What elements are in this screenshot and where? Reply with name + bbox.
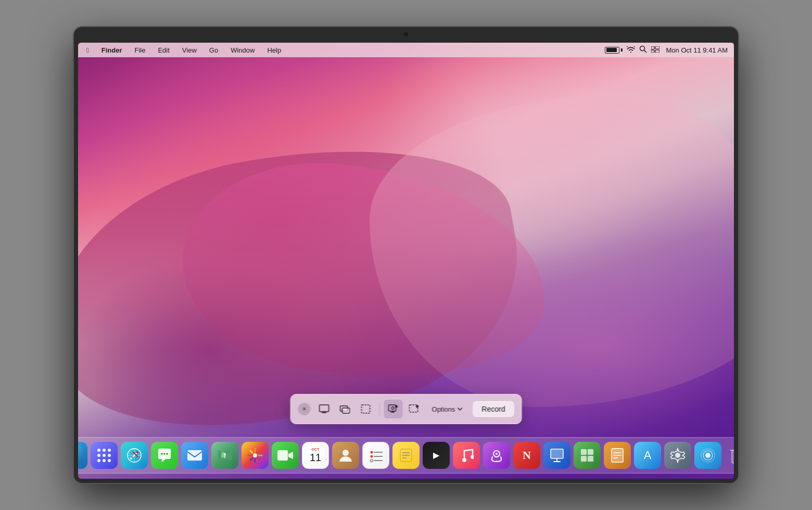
svg-rect-19 bbox=[78, 446, 83, 465]
view-menu[interactable]: View bbox=[180, 45, 199, 55]
dock-app-contacts[interactable] bbox=[332, 442, 359, 469]
menubar-time: Mon Oct 11 9:41 AM bbox=[666, 46, 728, 54]
options-button[interactable]: Options bbox=[426, 402, 469, 416]
file-menu[interactable]: File bbox=[132, 45, 147, 55]
dock-app-calendar[interactable]: OCT 11 bbox=[302, 442, 329, 469]
svg-line-50 bbox=[258, 451, 260, 453]
svg-point-13 bbox=[391, 407, 394, 410]
dock-app-appletv[interactable]: ▶ bbox=[423, 442, 450, 469]
finder-menu[interactable]: Finder bbox=[99, 45, 124, 55]
go-menu[interactable]: Go bbox=[207, 45, 220, 55]
svg-rect-2 bbox=[651, 46, 654, 49]
svg-point-30 bbox=[97, 459, 100, 462]
svg-rect-76 bbox=[551, 449, 563, 458]
dock-app-numbers[interactable] bbox=[574, 442, 601, 469]
svg-point-36 bbox=[136, 451, 138, 453]
search-icon[interactable] bbox=[639, 45, 647, 55]
control-center-icon[interactable] bbox=[651, 45, 659, 55]
svg-point-29 bbox=[108, 454, 111, 457]
wifi-icon[interactable] bbox=[627, 46, 635, 54]
dock-app-photos[interactable] bbox=[242, 442, 269, 469]
svg-text:A: A bbox=[644, 449, 652, 462]
capture-selection-button[interactable] bbox=[357, 400, 375, 418]
dock-app-news[interactable]: N bbox=[513, 442, 540, 469]
svg-point-90 bbox=[675, 453, 680, 458]
dock-app-trash[interactable] bbox=[725, 442, 734, 469]
svg-point-71 bbox=[462, 458, 466, 462]
svg-rect-3 bbox=[651, 50, 654, 53]
svg-text:N: N bbox=[523, 449, 531, 462]
svg-point-27 bbox=[97, 454, 100, 457]
svg-point-72 bbox=[471, 455, 474, 459]
capture-entire-screen-button[interactable] bbox=[315, 400, 334, 418]
svg-point-43 bbox=[253, 453, 257, 457]
svg-rect-52 bbox=[277, 450, 288, 461]
options-label: Options bbox=[432, 405, 455, 413]
screen:  Finder File Edit View Go Window Help bbox=[78, 43, 734, 479]
svg-point-40 bbox=[166, 453, 168, 455]
svg-line-1 bbox=[644, 50, 646, 52]
dock-app-maps[interactable] bbox=[211, 442, 238, 469]
svg-rect-4 bbox=[655, 46, 659, 49]
screenshot-toolbar: × bbox=[290, 394, 522, 424]
svg-rect-5 bbox=[655, 50, 659, 53]
svg-text:▶: ▶ bbox=[433, 451, 440, 460]
dock-app-reminders[interactable] bbox=[362, 442, 389, 469]
desktop:  Finder File Edit View Go Window Help bbox=[78, 43, 734, 479]
svg-text:11: 11 bbox=[310, 452, 321, 463]
camera-notch bbox=[404, 32, 408, 36]
battery-body bbox=[605, 47, 619, 54]
battery-fill bbox=[606, 48, 617, 52]
dock-app-keynote[interactable] bbox=[543, 442, 570, 469]
record-entire-screen-button[interactable] bbox=[384, 400, 403, 418]
svg-line-51 bbox=[250, 458, 252, 460]
svg-rect-81 bbox=[588, 449, 593, 455]
svg-line-48 bbox=[250, 451, 252, 453]
svg-rect-12 bbox=[389, 405, 396, 411]
menubar-right: Mon Oct 11 9:41 AM bbox=[605, 45, 728, 55]
dock-app-notes[interactable] bbox=[392, 442, 420, 469]
dock-app-safari[interactable] bbox=[121, 442, 148, 469]
menubar-left:  Finder File Edit View Go Window Help bbox=[84, 45, 283, 55]
svg-rect-6 bbox=[320, 405, 329, 412]
dock-app-facetime[interactable] bbox=[272, 442, 299, 469]
svg-point-26 bbox=[108, 449, 111, 452]
svg-point-42 bbox=[224, 453, 226, 455]
dock-app-system-preferences[interactable] bbox=[664, 442, 691, 469]
svg-point-18 bbox=[416, 405, 418, 408]
svg-point-14 bbox=[395, 405, 398, 408]
dock-app-mail[interactable] bbox=[181, 442, 208, 469]
capture-window-button[interactable] bbox=[336, 400, 354, 418]
svg-rect-10 bbox=[342, 408, 350, 413]
help-menu[interactable]: Help bbox=[265, 45, 283, 55]
dock-app-airdrop[interactable] bbox=[694, 442, 721, 469]
dock-app-podcasts[interactable] bbox=[483, 442, 510, 469]
dock-app-pages[interactable] bbox=[604, 442, 631, 469]
svg-point-38 bbox=[161, 453, 163, 455]
dock-app-launchpad[interactable] bbox=[91, 442, 118, 469]
svg-point-24 bbox=[97, 449, 100, 452]
svg-rect-41 bbox=[187, 450, 202, 461]
record-selection-button[interactable] bbox=[405, 400, 424, 418]
svg-point-39 bbox=[163, 453, 166, 455]
mac-frame:  Finder File Edit View Go Window Help bbox=[73, 26, 739, 484]
chevron-down-icon bbox=[457, 407, 462, 411]
svg-point-91 bbox=[705, 453, 710, 458]
dock: OCT 11 bbox=[78, 437, 734, 474]
svg-line-49 bbox=[258, 458, 260, 460]
svg-rect-11 bbox=[362, 405, 370, 413]
dock-app-finder[interactable] bbox=[78, 442, 87, 469]
svg-line-70 bbox=[464, 450, 473, 451]
apple-menu[interactable]:  bbox=[84, 45, 91, 55]
battery-tip bbox=[621, 48, 623, 52]
edit-menu[interactable]: Edit bbox=[156, 45, 171, 55]
dock-app-music[interactable] bbox=[453, 442, 480, 469]
svg-rect-80 bbox=[581, 449, 587, 455]
svg-rect-83 bbox=[588, 456, 593, 462]
record-button[interactable]: Record bbox=[473, 401, 514, 417]
toolbar-separator-1 bbox=[379, 403, 380, 415]
window-menu[interactable]: Window bbox=[229, 45, 257, 55]
close-toolbar-button[interactable]: × bbox=[298, 403, 311, 415]
dock-app-messages[interactable] bbox=[151, 442, 178, 469]
dock-app-appstore[interactable]: A bbox=[634, 442, 661, 469]
